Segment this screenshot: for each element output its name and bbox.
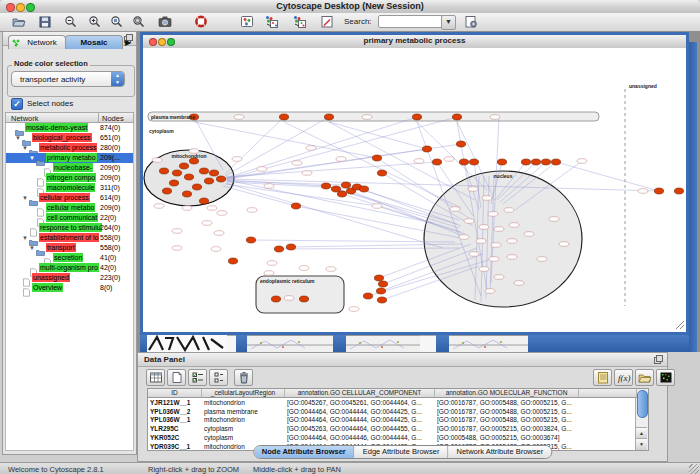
network-node[interactable] [192,184,201,190]
network-node[interactable] [372,155,381,161]
network-node[interactable] [199,198,208,204]
network-label-node[interactable] [514,281,524,286]
expand-arrow-icon[interactable]: ▼ [29,153,36,163]
network-node[interactable] [321,183,330,189]
table-cell[interactable]: [GO:0005488, GO:0005215, GO:0003674] [435,433,577,442]
network-label-node[interactable] [559,242,569,247]
network-label-node[interactable] [336,157,346,162]
network-node[interactable] [363,293,372,299]
annotation-icon[interactable] [318,14,336,29]
table-row-YKR052C[interactable]: YKR052C [148,433,200,442]
network-label-node[interactable] [214,231,224,236]
network-node[interactable] [374,275,383,281]
network-label-node[interactable] [464,219,474,224]
network-node[interactable] [209,170,218,176]
tree-row-primary-metabo[interactable]: ▼primary metabo209(... [6,153,133,163]
network-label-node[interactable] [154,204,164,209]
window-resize-grip[interactable] [689,464,699,474]
network-node[interactable] [459,159,468,165]
network-node[interactable] [497,159,506,165]
table-row-YDR039C__1[interactable]: YDR039C__1 [148,442,200,451]
network-label-node[interactable] [459,235,469,240]
network-node[interactable] [432,159,441,165]
network-label-node[interactable] [326,267,336,272]
network-label-node[interactable] [444,157,454,162]
table-cell[interactable]: [GO:0044464, GO:0044446, GO:0044444, G..… [285,433,433,442]
network-label-node[interactable] [479,225,489,230]
table-cell[interactable]: cytoplasm [202,424,283,433]
network-node[interactable] [654,188,663,194]
node-color-dropdown[interactable]: transporter activity ▲▼ [11,71,125,87]
network-node[interactable] [286,244,295,250]
network-node[interactable] [184,174,193,180]
network-node[interactable] [169,180,178,186]
column-header-annotation.GO MOLECULAR_FUNCTION[interactable]: annotation.GO MOLECULAR_FUNCTION [435,389,579,398]
network-label-node[interactable] [468,187,478,192]
network-label-node[interactable] [638,189,648,194]
network-label-node[interactable] [504,208,514,213]
network-grid-icon[interactable] [238,14,256,29]
tree-row-mosaic-demo-yeast[interactable]: mosaic-demo-yeast874(0) [6,123,133,133]
network-label-node[interactable] [414,159,424,164]
network-label-node[interactable] [234,115,244,120]
table-cell[interactable]: cytoplasm [202,433,283,442]
network-label-node[interactable] [232,157,242,162]
network-node[interactable] [246,237,255,243]
network-node[interactable] [541,159,550,165]
network-node[interactable] [216,176,225,182]
network-node[interactable] [521,159,530,165]
scrollbar-thumb[interactable] [637,390,648,418]
tab-node-attribute-browser[interactable]: Node Attribute Browser [254,446,355,458]
table-cell[interactable]: [GO:0016787, GO:0005488, GO:0005215, G..… [435,415,577,424]
select-nodes-checkbox[interactable]: ✓ [11,98,23,110]
network-view-titlebar[interactable]: primary metabolic process [143,35,686,49]
tree-row-cellular-metabo[interactable]: cellular metabo209(0) [6,203,133,213]
help-lifering-icon[interactable] [192,14,210,29]
copy-style-right-icon[interactable] [290,14,308,29]
search-options-icon[interactable] [462,14,480,29]
network-node[interactable] [204,178,213,184]
network-label-node[interactable] [302,171,312,176]
network-node[interactable] [551,159,560,165]
table-cell[interactable]: mitochondrion [202,415,283,424]
attribute-list-icon[interactable] [209,369,228,386]
tree-col-nodes[interactable]: Nodes [102,114,124,123]
network-label-node[interactable] [349,307,359,312]
expand-arrow-icon[interactable]: ▼ [22,233,29,243]
tree-row-cellular-process[interactable]: ▼cellular process614(0) [6,193,133,203]
zoom-out-icon[interactable] [62,14,80,29]
network-label-node[interactable] [537,257,547,262]
tree-row-cell-communicat[interactable]: cell communicat22(0) [6,213,133,223]
network-node[interactable] [324,114,333,120]
network-label-node[interactable] [172,229,182,234]
tree-row-multi-organism-pro[interactable]: multi-organism pro42(0) [6,263,133,273]
network-label-node[interactable] [491,243,501,248]
network-node[interactable] [337,191,346,197]
network-node[interactable] [271,296,280,302]
network-label-node[interactable] [267,261,277,266]
save-icon[interactable] [36,14,54,29]
network-label-node[interactable] [450,207,460,212]
network-label-node[interactable] [509,223,519,228]
column-header-empty[interactable] [579,389,637,398]
network-label-node[interactable] [507,255,517,260]
tree-row-biological-process[interactable]: ▼biological_process651(0) [6,133,133,143]
network-node[interactable] [159,168,168,174]
network-node[interactable] [531,159,540,165]
table-cell[interactable]: [GO:0016787, GO:0005215, GO:0003824, G..… [435,424,577,433]
table-cell[interactable]: [GO:0016787, GO:0005488, GO:0005215, G..… [435,398,577,407]
network-label-node[interactable] [362,115,372,120]
zoom-in-icon[interactable] [86,14,104,29]
network-label-node[interactable] [489,257,499,262]
search-input[interactable] [378,15,446,28]
zoom-fit-icon[interactable] [130,14,148,29]
network-node[interactable] [377,297,386,303]
network-label-node[interactable] [524,232,534,237]
copy-style-left-icon[interactable] [262,14,280,29]
network-label-node[interactable] [488,212,498,217]
network-node[interactable] [274,246,283,252]
network-label-node[interactable] [482,196,492,201]
table-row-YJR121W__1[interactable]: YJR121W__1 [148,398,200,407]
tab-edge-attribute-browser[interactable]: Edge Attribute Browser [355,446,449,458]
network-label-node[interactable] [469,252,479,257]
